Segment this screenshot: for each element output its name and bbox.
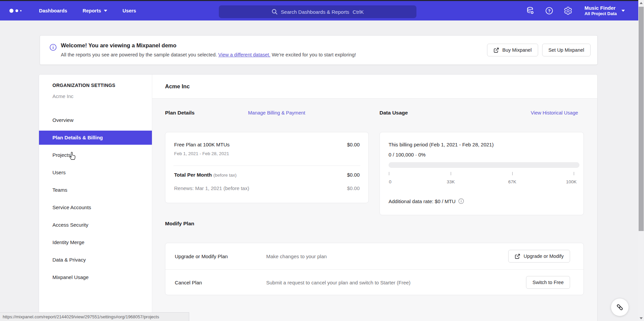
sidebar-item-mixpanel-usage[interactable]: Mixpanel Usage bbox=[39, 270, 152, 284]
search-input[interactable]: Search Dashboards & Reports CtrlK bbox=[219, 5, 416, 18]
banner-buttons: Buy Mixpanel Set Up Mixpanel bbox=[487, 44, 591, 56]
sidebar-item-access-security[interactable]: Access Security bbox=[39, 218, 152, 232]
info-icon[interactable] bbox=[458, 198, 464, 204]
tick-label-100k: 100K bbox=[566, 179, 577, 184]
plan-name: Free Plan at 100K MTUs bbox=[174, 142, 230, 147]
view-dataset-link[interactable]: View a different dataset. bbox=[218, 52, 270, 57]
help-button[interactable]: ? bbox=[544, 6, 554, 16]
tick-label-33k: 33K bbox=[447, 179, 455, 184]
cancel-row-description: Submit a request to cancel your plan and… bbox=[266, 280, 526, 285]
nav-users[interactable]: Users bbox=[123, 8, 136, 13]
svg-text:?: ? bbox=[548, 9, 551, 13]
main-header: Acme Inc bbox=[152, 75, 597, 99]
sidebar-item-service-accounts[interactable]: Service Accounts bbox=[39, 200, 152, 215]
nav-right-group: ? Music Finder All Project Data bbox=[525, 5, 625, 16]
page-title: Acme Inc bbox=[165, 83, 190, 90]
settings-main: Acme Inc Plan Details Manage Billing & P… bbox=[152, 75, 597, 321]
setup-mixpanel-label: Set Up Mixpanel bbox=[549, 47, 584, 53]
renews-label: Renews: Mar 1, 2021 (before tax) bbox=[174, 185, 249, 191]
sidebar-item-plan-details-billing[interactable]: Plan Details & Billing bbox=[39, 131, 152, 145]
project-selector[interactable]: Music Finder All Project Data bbox=[585, 5, 625, 16]
scroll-up-button[interactable] bbox=[638, 0, 644, 6]
project-dataset: All Project Data bbox=[585, 11, 617, 16]
settings-button[interactable] bbox=[563, 6, 573, 16]
triangle-down-icon bbox=[640, 317, 643, 319]
modify-plan-card: Upgrade or Modify Plan Make changes to y… bbox=[165, 243, 584, 295]
sidebar-item-users[interactable]: Users bbox=[39, 166, 152, 180]
nav-users-label: Users bbox=[123, 8, 136, 13]
search-shortcut-hint: CtrlK bbox=[353, 9, 364, 15]
plan-details-heading: Plan Details bbox=[165, 110, 195, 116]
nav-dashboards-label: Dashboards bbox=[39, 8, 67, 13]
sidebar-item-teams[interactable]: Teams bbox=[39, 183, 152, 197]
total-label: Total Per Month bbox=[174, 172, 212, 178]
buy-mixpanel-button[interactable]: Buy Mixpanel bbox=[487, 44, 538, 56]
upgrade-row-description: Make changes to your plan bbox=[266, 254, 508, 259]
upgrade-or-modify-label: Upgrade or Modify bbox=[524, 254, 564, 259]
chevron-down-icon bbox=[621, 10, 625, 12]
switch-to-free-button[interactable]: Switch to Free bbox=[526, 276, 570, 289]
status-bar: https://mixpanel.com/report/2144029/view… bbox=[0, 312, 189, 321]
total-per-month-label: Total Per Month (before tax) bbox=[174, 172, 237, 178]
banner-text: We're excited for you to start exploring… bbox=[270, 52, 356, 57]
logo-dot-icon bbox=[9, 9, 13, 13]
logo-dot-icon bbox=[15, 9, 18, 12]
help-icon: ? bbox=[545, 6, 554, 15]
external-link-icon bbox=[493, 47, 499, 53]
plan-period: Feb 1, 2021 - Feb 28, 2021 bbox=[174, 151, 229, 156]
welcome-banner: Welcome! You are viewing a Mixpanel demo… bbox=[40, 35, 598, 65]
banner-title: Welcome! You are viewing a Mixpanel demo bbox=[61, 42, 176, 49]
total-price: $0.00 bbox=[347, 172, 360, 178]
upgrade-row: Upgrade or Modify Plan Make changes to y… bbox=[165, 243, 583, 269]
renews-price: $0.00 bbox=[347, 185, 360, 191]
data-usage-heading: Data Usage bbox=[379, 110, 408, 116]
sidebar-org-name: Acme Inc bbox=[39, 93, 152, 99]
external-link-icon bbox=[515, 254, 520, 259]
triangle-up-icon bbox=[640, 2, 643, 4]
top-nav: Dashboards Reports Users Search Dashboar… bbox=[0, 1, 638, 20]
scrollbar-thumb[interactable] bbox=[639, 7, 644, 231]
data-management-button[interactable] bbox=[525, 6, 535, 16]
switch-to-free-label: Switch to Free bbox=[532, 280, 564, 285]
settings-sidebar: ORGANIZATION SETTINGS Acme Inc Overview … bbox=[39, 75, 152, 321]
tick-mark bbox=[512, 172, 513, 175]
divider bbox=[173, 166, 360, 166]
tick-label-0: 0 bbox=[389, 179, 392, 184]
copy-link-fab[interactable] bbox=[611, 299, 629, 316]
setup-mixpanel-button[interactable]: Set Up Mixpanel bbox=[542, 44, 591, 56]
nav-reports[interactable]: Reports bbox=[83, 8, 107, 13]
sidebar-item-identity-merge[interactable]: Identity Merge bbox=[39, 235, 152, 249]
scroll-down-button[interactable] bbox=[638, 315, 644, 321]
status-url: https://mixpanel.com/report/2144029/view… bbox=[3, 314, 159, 319]
sidebar-item-data-privacy[interactable]: Data & Privacy bbox=[39, 253, 152, 267]
search-placeholder: Search Dashboards & Reports bbox=[281, 9, 349, 15]
buy-mixpanel-label: Buy Mixpanel bbox=[502, 47, 532, 53]
gear-icon bbox=[564, 6, 572, 15]
additional-rate-label: Additional data rate: $0 / MTU bbox=[389, 198, 455, 204]
sidebar-item-overview[interactable]: Overview bbox=[39, 113, 152, 127]
search-icon bbox=[272, 9, 278, 15]
plan-details-card: Free Plan at 100K MTUs $0.00 Feb 1, 2021… bbox=[165, 132, 369, 203]
plan-price: $0.00 bbox=[347, 142, 360, 147]
project-selector-text: Music Finder All Project Data bbox=[585, 5, 617, 16]
info-icon bbox=[49, 44, 57, 52]
sidebar-item-projects[interactable]: Projects bbox=[39, 148, 152, 162]
project-name: Music Finder bbox=[585, 5, 617, 11]
mixpanel-logo[interactable] bbox=[9, 9, 22, 13]
total-suffix: (before tax) bbox=[213, 173, 237, 178]
sidebar-heading: ORGANIZATION SETTINGS bbox=[39, 83, 152, 88]
cancel-row: Cancel Plan Submit a request to cancel y… bbox=[165, 269, 583, 295]
manage-billing-link[interactable]: Manage Billing & Payment bbox=[248, 110, 305, 116]
scrollbar[interactable] bbox=[638, 0, 644, 321]
nav-reports-label: Reports bbox=[83, 8, 101, 13]
nav-dashboards[interactable]: Dashboards bbox=[39, 8, 67, 13]
upgrade-or-modify-button[interactable]: Upgrade or Modify bbox=[508, 250, 570, 263]
chevron-down-icon bbox=[104, 10, 107, 12]
upgrade-row-label: Upgrade or Modify Plan bbox=[165, 254, 266, 259]
tick-mark bbox=[389, 172, 389, 175]
database-gear-icon bbox=[526, 6, 535, 15]
tick-mark bbox=[574, 172, 574, 175]
billing-period-label: This billing period (Feb 1, 2021 - Feb 2… bbox=[389, 142, 494, 147]
view-historical-usage-link[interactable]: View Historical Usage bbox=[531, 110, 578, 116]
settings-panel: ORGANIZATION SETTINGS Acme Inc Overview … bbox=[39, 74, 598, 321]
